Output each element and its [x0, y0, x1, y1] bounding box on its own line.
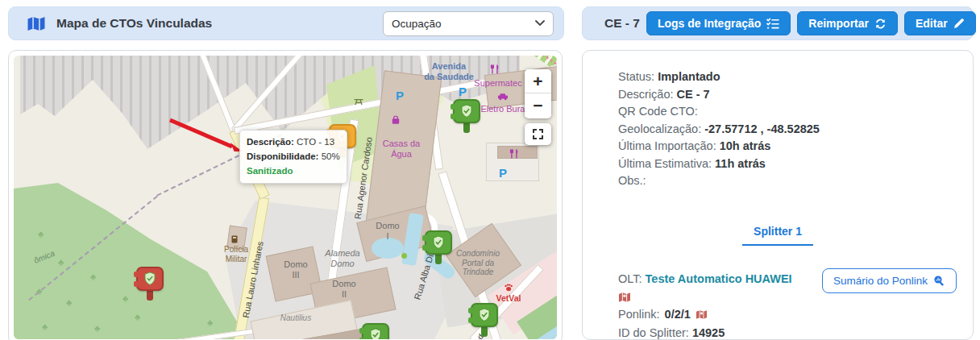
map-panel-title: Mapa de CTOs Vinculadas [56, 16, 212, 31]
edit-button[interactable]: Editar [904, 11, 976, 35]
detail-row: Última Estimativa: 11h atrás [618, 155, 820, 173]
map-shape [372, 238, 404, 259]
fullscreen-button[interactable] [525, 123, 551, 145]
cto-panel-title: CE - 7 [604, 16, 640, 31]
detail-row: Última Importação: 10h atrás [618, 138, 820, 155]
ponlink-value: 0/2/1 [665, 308, 691, 321]
map-shape [226, 226, 247, 251]
logs-button-label: Logs de Integração [658, 17, 761, 30]
tooltip-disp-line: Disponibilidade: 50% [247, 150, 340, 164]
details-list: Status: ImplantadoDescrição: CE - 7QR Co… [618, 68, 820, 190]
ponlink-row: Ponlink: 0/2/1 [618, 308, 708, 321]
sync-icon [874, 18, 887, 30]
map-shape [401, 253, 407, 259]
map-shape [497, 146, 538, 159]
zoom-in-button[interactable]: + [525, 69, 551, 93]
cto-marker-ok[interactable] [471, 303, 498, 337]
detail-row: Geolocalização: -27.57712 , -48.52825 [618, 121, 820, 139]
cto-marker-ok[interactable] [362, 323, 389, 339]
detail-row: Descrição: CE - 7 [618, 86, 820, 104]
search-chart-icon [933, 275, 945, 287]
detail-row: Obs.: [618, 172, 820, 190]
cto-marker-alert[interactable] [136, 267, 164, 301]
ponlink-summary-button[interactable]: Sumário do Ponlink [822, 268, 957, 293]
map-panel-header: Mapa de CTOs Vinculadas Ocupação [8, 6, 564, 40]
detail-row: QR Code CTO: [618, 103, 820, 121]
reimport-button-label: Reimportar [808, 17, 869, 30]
tasks-list-icon [766, 18, 779, 29]
map-card: Descrição: CTO - 13 Disponibilidade: 50%… [8, 50, 563, 340]
detail-row: Status: Implantado [618, 68, 820, 86]
zoom-out-button[interactable]: − [525, 93, 551, 118]
page: Mapa de CTOs Vinculadas Ocupação Descriç… [0, 0, 980, 340]
fullscreen-icon [533, 129, 543, 139]
map-marked-icon [618, 292, 631, 303]
tab-splitter-1[interactable]: Splitter 1 [742, 225, 813, 246]
map-canvas[interactable]: Descrição: CTO - 13 Disponibilidade: 50%… [14, 56, 557, 339]
cto-marker-ok[interactable] [425, 230, 452, 264]
cto-marker-ok[interactable] [453, 99, 480, 133]
logs-integration-button[interactable]: Logs de Integração [646, 11, 791, 35]
cto-detail-card: Status: ImplantadoDescrição: CE - 7QR Co… [582, 50, 974, 340]
ponlink-summary-label: Sumário do Ponlink [833, 275, 928, 287]
cto-panel-header: CE - 7 Logs de Integração Reimportar Edi… [582, 6, 974, 40]
olt-label: OLT: [618, 272, 642, 285]
map-marked-icon[interactable] [696, 309, 708, 320]
occupation-select-value: Ocupação [392, 18, 442, 30]
splitter-id-value: 14925 [692, 326, 725, 339]
cto-tooltip: Descrição: CTO - 13 Disponibilidade: 50%… [239, 130, 347, 184]
splitter-id-row: ID do Splitter: 14925 [618, 326, 725, 339]
splitter-id-label: ID do Splitter: [618, 326, 689, 339]
tooltip-desc-line: Descrição: CTO - 13 [247, 135, 340, 150]
reimport-button[interactable]: Reimportar [797, 11, 898, 35]
splitter-tabs: Splitter 1 [583, 225, 973, 246]
map-zoom-control: + − [525, 69, 551, 118]
chevron-down-icon [535, 20, 545, 27]
edit-button-label: Editar [916, 17, 948, 30]
map-icon [27, 15, 46, 32]
olt-value[interactable]: Teste Automatico HUAWEI [646, 272, 792, 285]
olt-row: OLT: Teste Automatico HUAWEI [618, 272, 792, 285]
pencil-icon [953, 18, 965, 29]
olt-map-link[interactable] [618, 292, 631, 303]
occupation-select[interactable]: Ocupação [383, 11, 554, 36]
tooltip-status: Sanitizado [247, 164, 340, 179]
ponlink-label: Ponlink: [618, 308, 660, 321]
